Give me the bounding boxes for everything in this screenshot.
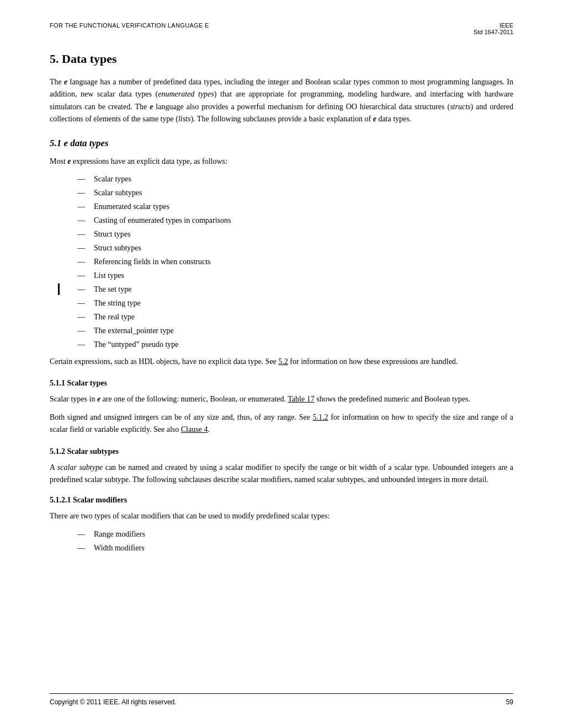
item-scalar-subtypes: Scalar subtypes (94, 187, 142, 199)
e-lang-ref: e (64, 78, 67, 86)
header-left: FOR THE FUNCTIONAL VERIFICATION LANGUAGE… (50, 22, 209, 29)
link-5-1-2[interactable]: 5.1.2 (313, 413, 328, 421)
item-casting: Casting of enumerated types in compariso… (94, 215, 231, 226)
list-item: —Scalar subtypes (77, 187, 513, 199)
item-scalar-types: Scalar types (94, 173, 131, 185)
dash-icon: — (77, 339, 94, 350)
section-5-1-1-para2: Both signed and unsigned integers can be… (50, 411, 513, 436)
dash-icon: — (77, 283, 94, 295)
e-lang-ref5: e (97, 395, 100, 403)
link-clause-4[interactable]: Clause 4 (181, 425, 208, 433)
list-item: —Scalar types (77, 173, 513, 185)
list-item-set: —The set type (77, 283, 513, 295)
dash-icon: — (77, 297, 94, 309)
item-referencing-fields: Referencing fields in when constructs (94, 256, 211, 267)
dash-icon: — (77, 311, 94, 323)
header-ieee: IEEE (474, 22, 513, 29)
section-5-1-2-1-para1: There are two types of scalar modifiers … (50, 510, 513, 522)
item-width-modifiers: Width modifiers (94, 542, 145, 554)
dash-icon: — (77, 528, 94, 540)
header-std: Std 1647-2011 (474, 29, 513, 35)
list-item: —The “untyped” pseudo type (77, 339, 513, 350)
chapter-title: 5. Data types (50, 52, 513, 66)
list-item: —Referencing fields in when constructs (77, 256, 513, 267)
chapter-number: 5. (50, 52, 59, 66)
list-item: —List types (77, 270, 513, 281)
change-bar (58, 283, 60, 295)
header-right: IEEE Std 1647-2011 (474, 22, 513, 35)
scalar-modifiers-list: —Range modifiers —Width modifiers (77, 528, 513, 554)
list-item: —Width modifiers (77, 542, 513, 554)
page-footer: Copyright © 2011 IEEE. All rights reserv… (50, 693, 513, 706)
after-list-para: Certain expressions, such as HDL objects… (50, 356, 513, 368)
structs-term: structs (450, 103, 470, 111)
list-item: —Range modifiers (77, 528, 513, 540)
page-header: FOR THE FUNCTIONAL VERIFICATION LANGUAGE… (50, 22, 513, 35)
item-set-type: The set type (94, 283, 131, 295)
link-5-2[interactable]: 5.2 (278, 357, 288, 366)
section-5-1-title: 5.1 e data types (50, 138, 513, 149)
dash-icon: — (77, 325, 94, 336)
list-item: —Struct types (77, 228, 513, 240)
section-5-1-name: e (64, 138, 68, 148)
dash-icon: — (77, 270, 94, 281)
page: FOR THE FUNCTIONAL VERIFICATION LANGUAGE… (0, 0, 563, 728)
list-item: —The string type (77, 297, 513, 309)
dash-icon: — (77, 228, 94, 240)
dash-icon: — (77, 173, 94, 185)
item-external-pointer-type: The external_pointer type (94, 325, 174, 336)
data-types-list: —Scalar types —Scalar subtypes —Enumerat… (77, 173, 513, 350)
item-untyped-type: The “untyped” pseudo type (94, 339, 179, 350)
dash-icon: — (77, 256, 94, 267)
lists-term: lists (178, 115, 191, 123)
section-5-1-intro: Most e expressions have an explicit data… (50, 156, 513, 168)
list-item: —Casting of enumerated types in comparis… (77, 215, 513, 226)
section-5-1-1-title: 5.1.1 Scalar types (50, 379, 513, 388)
dash-icon: — (77, 542, 94, 554)
item-string-type: The string type (94, 297, 141, 309)
chapter-name: Data types (62, 52, 117, 66)
item-struct-subtypes: Struct subtypes (94, 242, 141, 254)
item-enum-scalar-types: Enumerated scalar types (94, 201, 169, 212)
section-5-1-2-title: 5.1.2 Scalar subtypes (50, 447, 513, 456)
footer-copyright: Copyright © 2011 IEEE. All rights reserv… (50, 698, 177, 706)
dash-icon: — (77, 187, 94, 199)
dash-icon: — (77, 201, 94, 212)
section-5-1-1-para1: Scalar types in e are one of the followi… (50, 393, 513, 405)
e-lang-ref3: e (373, 115, 376, 123)
list-item: —The real type (77, 311, 513, 323)
intro-paragraph: The e language has a number of predefine… (50, 76, 513, 126)
footer-page-number: 59 (506, 698, 513, 706)
item-list-types: List types (94, 270, 124, 281)
item-range-modifiers: Range modifiers (94, 528, 145, 540)
scalar-subtype-term: scalar subtype (57, 463, 103, 472)
dash-icon: — (77, 215, 94, 226)
list-item: —The external_pointer type (77, 325, 513, 336)
dash-icon: — (77, 242, 94, 254)
item-real-type: The real type (94, 311, 135, 323)
section-5-1-2-1-title: 5.1.2.1 Scalar modifiers (50, 496, 513, 505)
enumerated-types-term: enumerated types (158, 90, 214, 98)
e-lang-ref2: e (150, 103, 153, 111)
item-struct-types: Struct types (94, 228, 131, 240)
list-item: —Struct subtypes (77, 242, 513, 254)
e-lang-ref4: e (67, 157, 71, 165)
section-5-1-2-para1: A scalar subtype can be named and create… (50, 462, 513, 486)
list-item: —Enumerated scalar types (77, 201, 513, 212)
link-table-17[interactable]: Table 17 (288, 395, 314, 403)
